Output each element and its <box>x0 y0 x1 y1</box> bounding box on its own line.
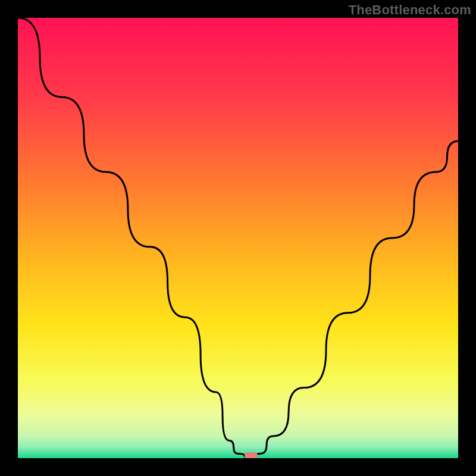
plot-area <box>18 18 458 458</box>
optimal-point-marker <box>245 452 258 458</box>
bottleneck-curve <box>18 18 458 458</box>
chart-container: TheBottleneck.com <box>0 0 476 476</box>
watermark-text: TheBottleneck.com <box>349 2 471 18</box>
